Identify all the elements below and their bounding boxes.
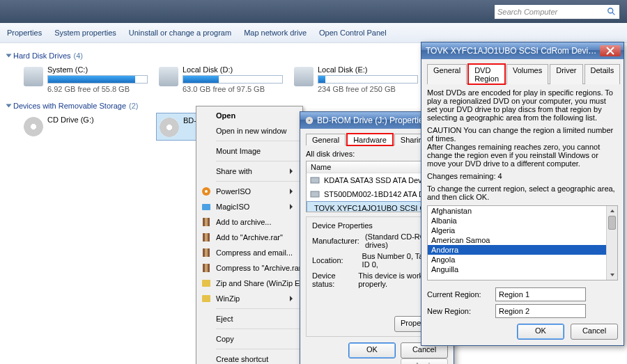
current-region-value: Region 1 xyxy=(495,287,586,301)
toolbar-uninstall[interactable]: Uninstall or change a program xyxy=(129,29,231,37)
scroll-up-icon[interactable] xyxy=(607,206,617,216)
disc-icon xyxy=(160,118,179,137)
separator xyxy=(216,329,300,329)
ctx-poweriso[interactable]: PowerISO xyxy=(198,184,301,199)
scroll-down-icon[interactable] xyxy=(607,270,617,280)
drive-c[interactable]: System (C:) 6.92 GB free of 55.8 GB xyxy=(21,63,149,96)
drive-e-free: 234 GB free of 250 GB xyxy=(318,85,417,93)
collapse-triangle-icon xyxy=(6,104,12,108)
ctx-open-new[interactable]: Open in new window xyxy=(198,123,301,139)
disc-icon xyxy=(24,117,43,136)
svg-rect-12 xyxy=(205,264,208,272)
drive-e-bar xyxy=(318,75,418,84)
scrollbar[interactable] xyxy=(606,206,617,280)
search-input[interactable]: Search Computer xyxy=(494,4,620,19)
region-item[interactable]: Angola xyxy=(428,255,617,264)
drive-c-name: System (C:) xyxy=(47,65,146,74)
hdd-icon xyxy=(159,67,178,86)
ok-button[interactable]: OK xyxy=(517,324,564,340)
ctx-shortcut[interactable]: Create shortcut xyxy=(198,351,301,364)
svg-point-0 xyxy=(608,8,613,13)
ctx-eject[interactable]: Eject xyxy=(198,311,301,326)
chevron-right-icon xyxy=(290,296,293,301)
drive-cd[interactable]: CD Drive (G:) xyxy=(21,113,149,141)
svg-rect-17 xyxy=(311,177,319,183)
svg-rect-14 xyxy=(202,295,210,302)
device-title: TOVK XYFC1AJO1UBO SCSI CdRom Device Prop… xyxy=(426,46,600,56)
collapse-triangle-icon xyxy=(6,54,12,58)
ctx-compress-rar-email[interactable]: Compress to "Archive.rar" and email xyxy=(198,260,301,276)
ctx-magiciso[interactable]: MagicISO xyxy=(198,199,301,214)
region-item[interactable]: Algeria xyxy=(428,225,617,235)
svg-rect-18 xyxy=(311,191,319,197)
chevron-right-icon xyxy=(290,168,293,174)
drive-e[interactable]: Local Disk (E:) 234 GB free of 250 GB xyxy=(291,63,419,96)
ctx-winzip[interactable]: WinZip xyxy=(198,291,301,306)
region-item-selected[interactable]: Andorra xyxy=(428,245,617,255)
drive-d-name: Local Disk (D:) xyxy=(183,65,281,74)
region-item[interactable]: Anguilla xyxy=(428,264,617,274)
ctx-add-rar[interactable]: Add to "Archive.rar" xyxy=(198,230,301,245)
tab-hardware[interactable]: Hardware xyxy=(347,134,393,145)
ctx-share[interactable]: Share with xyxy=(198,164,301,179)
toolbar-system-properties[interactable]: System properties xyxy=(54,29,116,37)
toolbar-control-panel[interactable]: Open Control Panel xyxy=(319,29,387,37)
ctx-zip-share[interactable]: Zip and Share (WinZip Express) xyxy=(198,276,301,291)
section-hdd-count: (4) xyxy=(74,52,83,60)
address-bar-area: Search Computer xyxy=(0,0,627,23)
region-item[interactable]: Afghanistan xyxy=(428,206,617,216)
svg-line-1 xyxy=(612,13,615,15)
ctx-compress-email[interactable]: Compress and email... xyxy=(198,245,301,260)
winzip-icon xyxy=(201,278,212,289)
current-region-label: Current Region: xyxy=(427,290,490,299)
drive-d[interactable]: Local Disk (D:) 63.0 GB free of 97.5 GB xyxy=(156,63,284,96)
winrar-icon xyxy=(201,232,212,243)
svg-rect-4 xyxy=(202,204,210,210)
ctx-copy[interactable]: Copy xyxy=(198,331,301,347)
separator xyxy=(216,349,300,349)
ok-button[interactable]: OK xyxy=(348,342,396,358)
apply-button[interactable]: Apply xyxy=(401,358,448,364)
section-removable-count: (2) xyxy=(129,102,138,110)
ctx-open[interactable]: Open xyxy=(198,108,301,123)
hdd-icon xyxy=(310,190,320,198)
svg-point-3 xyxy=(205,190,208,193)
close-button[interactable] xyxy=(600,45,621,56)
svg-rect-13 xyxy=(202,280,210,287)
device-tabs: General DVD Region Volumes Driver Detail… xyxy=(427,63,618,84)
location-label: Location: xyxy=(312,256,357,264)
tab-driver[interactable]: Driver xyxy=(550,64,582,84)
separator xyxy=(216,141,300,141)
svg-point-16 xyxy=(309,120,311,122)
winrar-icon xyxy=(201,262,212,274)
ctx-mount[interactable]: Mount Image xyxy=(198,143,301,159)
drive-d-free: 63.0 GB free of 97.5 GB xyxy=(183,85,281,93)
cancel-button[interactable]: Cancel xyxy=(571,324,618,340)
device-titlebar[interactable]: TOVK XYFC1AJO1UBO SCSI CdRom Device Prop… xyxy=(421,42,624,59)
region-item[interactable]: American Samoa xyxy=(428,235,617,245)
drive-c-free: 6.92 GB free of 55.8 GB xyxy=(47,85,146,93)
tab-general[interactable]: General xyxy=(306,134,346,145)
drive-e-name: Local Disk (E:) xyxy=(318,65,417,74)
section-removable-title: Devices with Removable Storage xyxy=(13,102,126,110)
region-item[interactable]: Albania xyxy=(428,216,617,225)
svg-rect-8 xyxy=(205,233,208,242)
ctx-add-archive[interactable]: Add to archive... xyxy=(198,214,301,230)
winrar-icon xyxy=(201,216,212,228)
winrar-icon xyxy=(201,247,212,258)
tab-volumes[interactable]: Volumes xyxy=(506,64,548,84)
manufacturer-label: Manufacturer: xyxy=(312,237,359,245)
search-icon xyxy=(607,7,617,17)
hdd-icon xyxy=(24,67,43,86)
region-listbox[interactable]: Afghanistan Albania Algeria American Sam… xyxy=(427,205,618,280)
separator xyxy=(216,161,300,161)
tab-dvd-region[interactable]: DVD Region xyxy=(468,64,505,84)
toolbar-map-drive[interactable]: Map network drive xyxy=(244,29,307,37)
section-hdd-title: Hard Disk Drives xyxy=(13,52,71,60)
hdd-icon xyxy=(294,67,314,86)
tab-general[interactable]: General xyxy=(427,64,467,84)
toolbar-properties[interactable]: Properties xyxy=(7,29,42,37)
scroll-thumb[interactable] xyxy=(608,216,616,230)
tab-details[interactable]: Details xyxy=(585,64,621,84)
hdd-icon xyxy=(310,176,320,184)
